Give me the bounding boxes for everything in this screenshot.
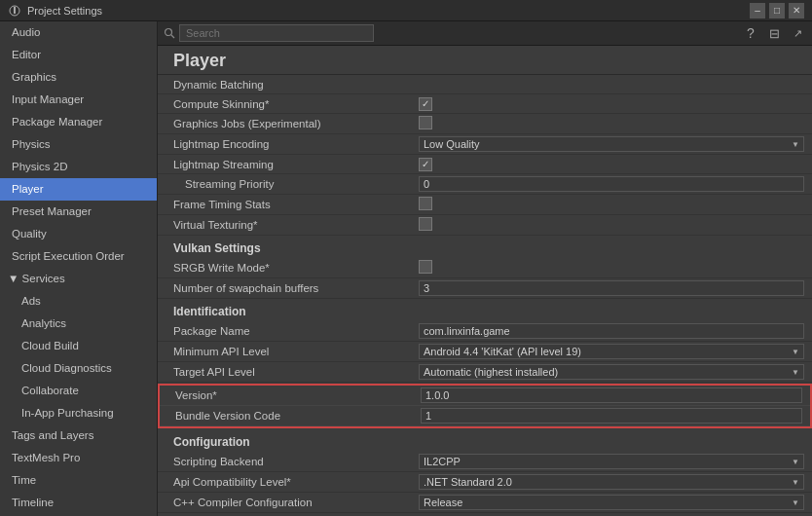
- settings-row: Graphics Jobs (Experimental): [158, 114, 812, 134]
- settings-label: Target API Level: [158, 363, 411, 381]
- dropdown-arrow-icon: ▼: [792, 458, 799, 466]
- settings-label: Version*: [160, 387, 413, 404]
- sidebar-item-audio[interactable]: Audio: [0, 21, 157, 44]
- menu-icon[interactable]: ⊟: [765, 24, 783, 42]
- sidebar-item-graphics[interactable]: Graphics: [0, 66, 157, 89]
- text-field[interactable]: [419, 323, 804, 339]
- text-field[interactable]: [421, 387, 802, 403]
- checkbox-icon[interactable]: [419, 260, 432, 274]
- title-bar-text: Project Settings: [27, 5, 102, 17]
- settings-label: Minimum API Level: [158, 343, 411, 360]
- sidebar-item-preset-manager[interactable]: Preset Manager: [0, 201, 157, 223]
- dropdown-arrow-icon: ▼: [792, 498, 799, 507]
- settings-row: C++ Compiler ConfigurationRelease▼: [158, 493, 812, 513]
- sidebar-item-script-execution-order[interactable]: Script Execution Order: [0, 245, 157, 268]
- sidebar-item-tags-and-layers[interactable]: Tags and Layers: [0, 424, 157, 447]
- settings-row: SRGB Write Mode*: [158, 258, 812, 278]
- settings-label: Package Name: [158, 322, 411, 340]
- settings-value[interactable]: [411, 278, 812, 298]
- section-header-vulkan-settings: Vulkan Settings: [158, 236, 812, 258]
- main-layout: AudioEditorGraphicsInput ManagerPackage …: [0, 21, 812, 516]
- sidebar-sub-item-collaborate[interactable]: Collaborate: [0, 380, 157, 402]
- sidebar-group-services[interactable]: ▼ Services: [0, 268, 157, 290]
- settings-row: Target API LevelAutomatic (highest insta…: [158, 362, 812, 383]
- text-field[interactable]: [421, 408, 802, 424]
- close-button[interactable]: ✕: [789, 3, 804, 18]
- sidebar-item-textmesh-pro[interactable]: TextMesh Pro: [0, 447, 157, 469]
- sidebar-item-timeline[interactable]: Timeline: [0, 492, 157, 514]
- sidebar-item-physics[interactable]: Physics: [0, 133, 157, 156]
- settings-row: Api Compatibility Level*.NET Standard 2.…: [158, 472, 812, 493]
- highlight-group: Version*Bundle Version Code: [158, 384, 812, 428]
- settings-value[interactable]: [413, 386, 810, 405]
- section-header-configuration: Configuration: [158, 429, 812, 452]
- text-field[interactable]: [419, 176, 804, 192]
- settings-value[interactable]: [411, 156, 812, 173]
- sidebar-item-physics-2d[interactable]: Physics 2D: [0, 156, 157, 178]
- checkbox-icon[interactable]: [419, 158, 432, 171]
- help-icon[interactable]: ?: [742, 24, 759, 42]
- settings-row: Bundle Version Code: [160, 406, 810, 426]
- settings-value[interactable]: [411, 195, 812, 214]
- settings-value[interactable]: [411, 114, 812, 133]
- sidebar-item-editor[interactable]: Editor: [0, 44, 157, 66]
- checkbox-icon[interactable]: [419, 116, 432, 129]
- expand-icon[interactable]: ↗: [789, 24, 806, 42]
- panel-title: Player: [173, 51, 796, 71]
- settings-row: Lightmap EncodingLow Quality▼: [158, 134, 812, 155]
- search-input[interactable]: [179, 24, 374, 42]
- settings-value[interactable]: [411, 174, 812, 194]
- search-icon: [164, 27, 175, 39]
- settings-label: Dynamic Batching: [158, 76, 411, 93]
- checkbox-icon[interactable]: [419, 217, 432, 231]
- title-bar-icon: [8, 4, 21, 18]
- sidebar-item-package-manager[interactable]: Package Manager: [0, 111, 157, 133]
- sidebar-item-input-manager[interactable]: Input Manager: [0, 89, 157, 111]
- settings-row: Minimum API LevelAndroid 4.4 'KitKat' (A…: [158, 342, 812, 362]
- dropdown[interactable]: .NET Standard 2.0▼: [419, 474, 804, 490]
- sidebar-sub-item-analytics[interactable]: Analytics: [0, 313, 157, 335]
- minimize-button[interactable]: –: [750, 3, 765, 18]
- settings-value[interactable]: [411, 258, 812, 277]
- sidebar-sub-item-cloud-diagnostics[interactable]: Cloud Diagnostics: [0, 357, 157, 380]
- settings-label: Lightmap Encoding: [158, 135, 411, 153]
- settings-value: [411, 83, 812, 87]
- settings-row: Package Name: [158, 321, 812, 342]
- settings-label: Frame Timing Stats: [158, 196, 411, 213]
- settings-value[interactable]: IL2CPP▼: [411, 452, 812, 471]
- dropdown[interactable]: IL2CPP▼: [419, 454, 804, 469]
- dropdown[interactable]: Android 4.4 'KitKat' (API level 19)▼: [419, 344, 804, 359]
- settings-value[interactable]: .NET Standard 2.0▼: [411, 472, 812, 492]
- dropdown[interactable]: Automatic (highest installed)▼: [419, 364, 804, 380]
- settings-row: Streaming Priority: [158, 174, 812, 195]
- sidebar-item-player[interactable]: Player: [0, 178, 157, 201]
- dropdown[interactable]: Release▼: [419, 495, 804, 510]
- settings-label: Api Compatibility Level*: [158, 473, 411, 491]
- settings-label: SRGB Write Mode*: [158, 259, 411, 276]
- sidebar-item-quality[interactable]: Quality: [0, 223, 157, 245]
- settings-value[interactable]: [411, 215, 812, 235]
- settings-row: Number of swapchain buffers: [158, 278, 812, 299]
- settings-value[interactable]: Release▼: [411, 493, 812, 512]
- dropdown-arrow-icon: ▼: [792, 348, 799, 356]
- settings-label: C++ Compiler Configuration: [158, 494, 411, 511]
- settings-value[interactable]: [411, 321, 812, 341]
- settings-row: Dynamic Batching: [158, 75, 812, 94]
- settings-value[interactable]: Android 4.4 'KitKat' (API level 19)▼: [411, 342, 812, 361]
- sidebar-sub-item-in-app-purchasing[interactable]: In-App Purchasing: [0, 402, 157, 424]
- settings-value[interactable]: Automatic (highest installed)▼: [411, 362, 812, 382]
- settings-label: Graphics Jobs (Experimental): [158, 115, 411, 132]
- dropdown[interactable]: Low Quality▼: [419, 136, 804, 152]
- dropdown-arrow-icon: ▼: [792, 478, 799, 487]
- search-bar: ? ⊟ ↗: [158, 21, 812, 46]
- settings-value[interactable]: Low Quality▼: [411, 134, 812, 154]
- settings-value[interactable]: [413, 406, 810, 425]
- checkbox-icon[interactable]: [419, 197, 432, 210]
- sidebar-sub-item-cloud-build[interactable]: Cloud Build: [0, 335, 157, 357]
- settings-value[interactable]: [411, 95, 812, 113]
- checkbox-icon[interactable]: [419, 97, 432, 111]
- sidebar-item-time[interactable]: Time: [0, 469, 157, 492]
- maximize-button[interactable]: □: [769, 3, 785, 18]
- text-field[interactable]: [419, 280, 804, 296]
- sidebar-sub-item-ads[interactable]: Ads: [0, 290, 157, 313]
